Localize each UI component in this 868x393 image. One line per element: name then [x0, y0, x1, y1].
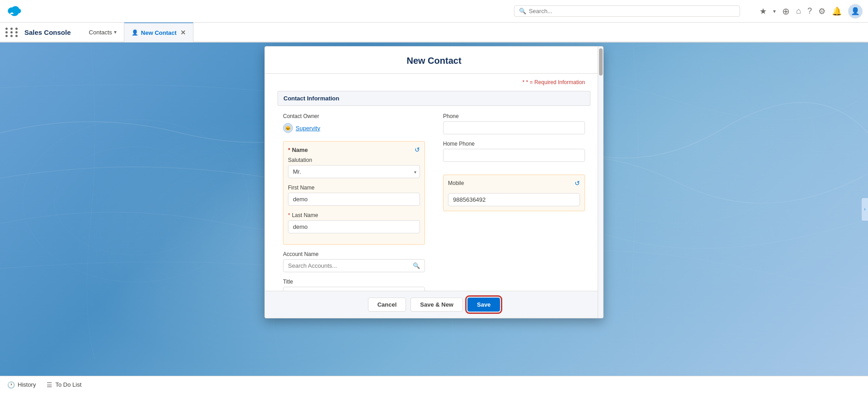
last-name-label: Last Name: [288, 212, 420, 218]
cancel-button[interactable]: Cancel: [368, 298, 406, 312]
section-contact-information: Contact Information: [278, 91, 590, 106]
modal-scrollbar-thumb: [599, 48, 603, 76]
contact-owner-label: Contact Owner: [283, 113, 425, 119]
home-phone-input[interactable]: [443, 149, 585, 162]
app-bar: Sales Console Contacts ▾ 👤 New Contact ✕: [0, 23, 868, 43]
favorites-icon[interactable]: ★: [760, 6, 767, 16]
todo-item[interactable]: ☰ To Do List: [47, 381, 81, 388]
first-name-group: First Name: [288, 185, 420, 206]
owner-avatar: 🐱: [283, 123, 293, 133]
required-info: * * = Required Information: [283, 79, 585, 85]
modal-header: New Contact: [265, 47, 603, 74]
home-phone-label: Home Phone: [443, 141, 585, 147]
account-search-icon: 🔍: [413, 262, 420, 269]
add-icon[interactable]: ⊕: [782, 6, 790, 17]
top-navigation: ☁ 🔍 ★ ▾ ⊕ ⌂ ? ⚙ 🔔 👤: [0, 0, 868, 23]
salesforce-logo[interactable]: ☁: [5, 1, 31, 21]
title-group: Title: [283, 279, 425, 291]
name-reset-icon[interactable]: ↺: [415, 146, 420, 153]
bottom-bar: 🕐 History ☰ To Do List: [0, 376, 868, 393]
form-grid: Contact Owner 🐱 Supervity Name ↺: [283, 113, 585, 291]
tab-contacts-dropdown[interactable]: ▾: [114, 29, 117, 35]
bell-icon[interactable]: 🔔: [832, 6, 842, 16]
account-name-input[interactable]: [288, 262, 413, 269]
contact-owner-value: 🐱 Supervity: [283, 121, 425, 135]
title-label: Title: [283, 279, 425, 285]
app-switcher-icon[interactable]: [5, 28, 19, 37]
save-button[interactable]: Save: [467, 298, 500, 312]
svg-point-6: [54, 147, 217, 255]
todo-icon: ☰: [47, 381, 52, 388]
name-section: Name ↺ Salutation Mr. --None-- Ms.: [283, 141, 425, 245]
contact-owner-group: Contact Owner 🐱 Supervity: [283, 113, 425, 135]
right-panel-handle[interactable]: ›: [862, 198, 868, 221]
help-icon[interactable]: ?: [807, 6, 812, 16]
salutation-select[interactable]: Mr. --None-- Ms. Mrs. Dr. Prof.: [288, 165, 420, 178]
global-search: 🔍: [514, 5, 740, 17]
owner-name-link[interactable]: Supervity: [296, 125, 320, 132]
mobile-label: Mobile: [448, 180, 464, 186]
title-input[interactable]: [283, 287, 425, 291]
history-icon: 🕐: [7, 381, 15, 388]
tab-new-contact[interactable]: 👤 New Contact ✕: [124, 22, 193, 42]
name-label: Name: [288, 147, 308, 153]
modal-title: New Contact: [283, 56, 585, 66]
tab-contacts-label: Contacts: [89, 29, 112, 36]
new-contact-modal: New Contact * * = Required Information C…: [264, 46, 604, 318]
search-icon: 🔍: [519, 8, 526, 14]
spacer: [443, 168, 585, 175]
app-name: Sales Console: [24, 28, 71, 36]
history-label: History: [18, 381, 36, 388]
tab-contacts[interactable]: Contacts ▾: [82, 22, 124, 42]
save-new-button[interactable]: Save & New: [410, 298, 463, 312]
salutation-label: Salutation: [288, 157, 420, 163]
svg-point-5: [23, 119, 249, 282]
mobile-section: Mobile ↺: [443, 175, 585, 211]
phone-group: Phone: [443, 113, 585, 134]
form-left-column: Contact Owner 🐱 Supervity Name ↺: [283, 113, 425, 291]
chevron-right-icon: ›: [864, 207, 865, 212]
last-name-group: Last Name: [288, 212, 420, 233]
account-name-search-wrapper: 🔍: [283, 259, 425, 272]
home-icon[interactable]: ⌂: [796, 6, 801, 16]
tab-new-contact-icon: 👤: [132, 29, 138, 36]
todo-label: To Do List: [55, 381, 81, 388]
modal-body: * * = Required Information Contact Infor…: [265, 74, 603, 291]
first-name-label: First Name: [288, 185, 420, 191]
phone-input[interactable]: [443, 121, 585, 134]
account-name-group: Account Name 🔍: [283, 251, 425, 272]
salutation-group: Salutation Mr. --None-- Ms. Mrs. Dr. Pro…: [288, 157, 420, 178]
first-name-input[interactable]: [288, 193, 420, 206]
last-name-input[interactable]: [288, 220, 420, 233]
tab-bar: Contacts ▾ 👤 New Contact ✕: [82, 22, 193, 42]
main-area: › New Contact * * = Required Information…: [0, 43, 868, 376]
modal-footer: Cancel Save & New Save: [265, 291, 603, 318]
home-phone-group: Home Phone: [443, 141, 585, 162]
name-section-header: Name ↺: [288, 146, 420, 153]
svg-text:☁: ☁: [9, 10, 14, 15]
avatar[interactable]: 👤: [848, 4, 863, 19]
tab-close-icon[interactable]: ✕: [180, 29, 186, 36]
nav-icons-group: ★ ▾ ⊕ ⌂ ? ⚙ 🔔 👤: [760, 4, 863, 19]
salutation-select-wrapper: Mr. --None-- Ms. Mrs. Dr. Prof. ▾: [288, 165, 420, 178]
modal-scrollbar[interactable]: [598, 47, 603, 318]
mobile-section-header: Mobile ↺: [448, 180, 580, 187]
favorites-dropdown[interactable]: ▾: [773, 8, 776, 14]
tab-new-contact-label: New Contact: [141, 29, 177, 36]
search-input[interactable]: [529, 8, 701, 14]
mobile-input[interactable]: [448, 193, 580, 206]
history-item[interactable]: 🕐 History: [7, 381, 36, 388]
phone-label: Phone: [443, 113, 585, 119]
account-name-label: Account Name: [283, 251, 425, 257]
form-right-column: Phone Home Phone Mobile ↺: [443, 113, 585, 291]
mobile-reset-icon[interactable]: ↺: [575, 180, 580, 187]
settings-icon[interactable]: ⚙: [818, 6, 826, 16]
